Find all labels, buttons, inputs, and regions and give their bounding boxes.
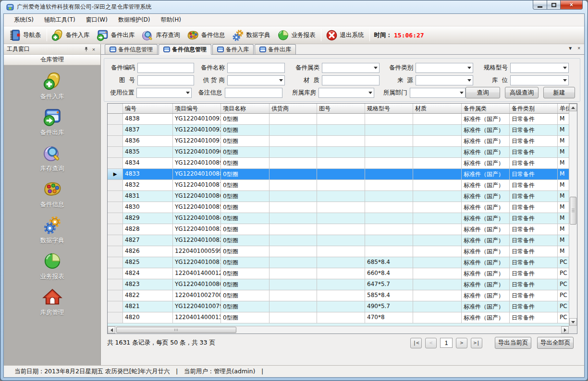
cell-project_code[interactable]: YG12204010086 [173, 191, 221, 202]
cell-name[interactable]: 0型圈 [221, 213, 270, 224]
toolbar-report-button[interactable]: 业务报表 [274, 27, 319, 43]
toolbar-spare-in-button[interactable]: 备件入库 [49, 27, 94, 43]
scroll-down-icon[interactable] [569, 318, 577, 326]
cell-supplier[interactable] [270, 125, 317, 136]
cell-class[interactable]: 日常备件 [510, 235, 558, 246]
cell-spec[interactable]: 660*8.4 [365, 268, 413, 279]
horizontal-scroll-thumb[interactable] [116, 327, 236, 333]
cell-spec[interactable] [365, 235, 413, 246]
cell-class[interactable]: 日常备件 [510, 180, 558, 191]
cell-class[interactable]: 日常备件 [510, 224, 558, 235]
cell-figure[interactable] [317, 125, 365, 136]
cell-category[interactable]: 标准件（国产） [462, 147, 510, 158]
cell-class[interactable]: 日常备件 [510, 136, 558, 147]
cell-category[interactable]: 标准件（国产） [462, 180, 510, 191]
tab-spare-info-mgmt-1[interactable]: 备件信息管理 [105, 44, 158, 54]
cell-material[interactable] [413, 114, 462, 125]
location-select[interactable] [510, 75, 569, 85]
table-row[interactable]: 482012204014000130型圈470*8标准件（国产）日常备件PC [108, 312, 569, 323]
cell-name[interactable]: 0型圈 [221, 301, 270, 312]
cell-figure[interactable] [317, 213, 365, 224]
cell-supplier[interactable] [270, 224, 317, 235]
cell-supplier[interactable] [270, 191, 317, 202]
cell-name[interactable]: 0型圈 [221, 290, 270, 301]
cell-spec[interactable] [365, 180, 413, 191]
supplier-select[interactable] [227, 75, 285, 85]
query-button[interactable]: 查询 [466, 87, 500, 98]
name-input[interactable] [227, 63, 285, 73]
cell-material[interactable] [413, 224, 462, 235]
cell-class[interactable]: 日常备件 [510, 147, 558, 158]
page-input[interactable] [440, 338, 453, 348]
cell-figure[interactable] [317, 169, 365, 180]
class-select[interactable] [416, 63, 473, 73]
row-selector[interactable] [108, 136, 123, 147]
cell-spec[interactable]: 685*8.4 [365, 257, 413, 268]
cell-category[interactable]: 标准件（国产） [462, 191, 510, 202]
cell-spec[interactable]: 585*8.4 [365, 290, 413, 301]
close-button[interactable]: × [561, 0, 583, 10]
cell-id[interactable]: 4827 [123, 235, 173, 246]
toolbar-spare-info-button[interactable]: 备件信息 [184, 27, 229, 43]
cell-category[interactable]: 标准件（国产） [462, 279, 510, 290]
cell-material[interactable] [413, 257, 462, 268]
cell-id[interactable]: 4831 [123, 191, 173, 202]
cell-id[interactable]: 4838 [123, 114, 173, 125]
cell-class[interactable]: 日常备件 [510, 213, 558, 224]
cell-id[interactable]: 4826 [123, 246, 173, 257]
cell-name[interactable]: 0型圈 [221, 180, 270, 191]
table-row[interactable]: 482612204010005990型圈标准件（国产）日常备件M [108, 246, 569, 257]
sidebar-item-data-dict[interactable]: 数据字典 [4, 215, 100, 245]
next-page-button[interactable]: > [456, 338, 467, 348]
cell-spec[interactable] [365, 224, 413, 235]
cell-category[interactable]: 标准件（国产） [462, 125, 510, 136]
sidebar-item-warehouse-mgmt[interactable]: 库房管理 [4, 287, 100, 317]
table-row[interactable]: 4837YG122040100920型圈标准件（国产）日常备件M [108, 125, 569, 136]
chevron-down-icon[interactable]: ▼ [568, 46, 573, 51]
column-header-category[interactable]: 备件属类 [462, 104, 510, 113]
cell-project_code[interactable]: YG12204010091 [173, 136, 221, 147]
cell-category[interactable]: 标准件（国产） [462, 290, 510, 301]
cell-supplier[interactable] [270, 136, 317, 147]
cell-material[interactable] [413, 147, 462, 158]
cell-material[interactable] [413, 202, 462, 213]
cell-project_code[interactable]: YG12204010090 [173, 147, 221, 158]
pin-icon[interactable] [82, 46, 90, 53]
cell-name[interactable]: 0型圈 [221, 125, 270, 136]
cell-id[interactable]: 4824 [123, 268, 173, 279]
cell-supplier[interactable] [270, 213, 317, 224]
cell-name[interactable]: 0型圈 [221, 136, 270, 147]
cell-id[interactable]: 4833 [123, 169, 173, 180]
cell-figure[interactable] [317, 191, 365, 202]
cell-name[interactable]: 0型圈 [221, 312, 270, 323]
table-row[interactable]: 4828YG122040100830型圈标准件（国产）日常备件M [108, 224, 569, 235]
cell-project_code[interactable]: YG12204010082 [173, 235, 221, 246]
cell-class[interactable]: 日常备件 [510, 158, 558, 169]
cell-project_code[interactable]: YG12204010080 [173, 279, 221, 290]
cell-material[interactable] [413, 290, 462, 301]
cell-figure[interactable] [317, 235, 365, 246]
cell-name[interactable]: 0型圈 [221, 246, 270, 257]
row-selector[interactable] [108, 312, 123, 323]
cell-project_code[interactable]: 1220401400012 [173, 268, 221, 279]
cell-project_code[interactable]: YG12204010081 [173, 257, 221, 268]
cell-name[interactable]: 0型圈 [221, 169, 270, 180]
cell-material[interactable] [413, 158, 462, 169]
cell-class[interactable]: 日常备件 [510, 257, 558, 268]
cell-category[interactable]: 标准件（国产） [462, 202, 510, 213]
cell-material[interactable] [413, 125, 462, 136]
cell-name[interactable]: 0型圈 [221, 158, 270, 169]
cell-id[interactable]: 4823 [123, 279, 173, 290]
cell-spec[interactable] [365, 191, 413, 202]
cell-project_code[interactable]: YG12204010085 [173, 202, 221, 213]
cell-spec[interactable]: 490*5.7 [365, 301, 413, 312]
table-row[interactable]: 4823YG122040100800型圈647*5.7标准件（国产）日常备件PC [108, 279, 569, 290]
table-row[interactable]: 4836YG122040100910型圈标准件（国产）日常备件M [108, 136, 569, 147]
cell-spec[interactable]: 647*5.7 [365, 279, 413, 290]
cell-name[interactable]: 0型圈 [221, 114, 270, 125]
table-row[interactable]: 4832YG122040100870型圈标准件（国产）日常备件M [108, 180, 569, 191]
figure-input[interactable] [137, 75, 194, 85]
cell-name[interactable]: 0型圈 [221, 257, 270, 268]
row-selector[interactable] [108, 268, 123, 279]
use-position-select[interactable] [136, 88, 191, 98]
